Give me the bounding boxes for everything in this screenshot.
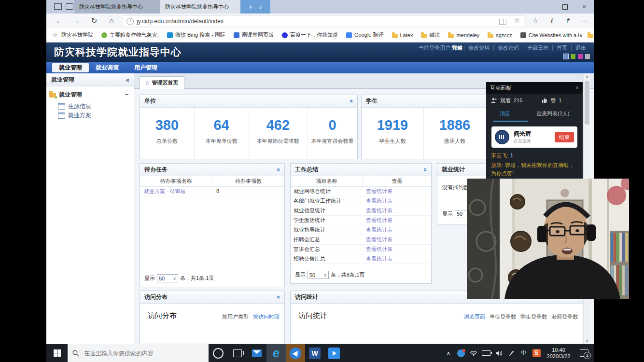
search-input[interactable] [83, 349, 201, 357]
like-icon[interactable] [542, 97, 547, 103]
url-field[interactable]: i jy.cidp.edu.cn/admin/default/index ☆ [123, 15, 524, 27]
view-stats-link[interactable]: 查看统计表 [363, 216, 392, 225]
sidebar-item-employment-plan[interactable]: 就业方案 [58, 111, 91, 120]
theme-blue-swatch[interactable] [563, 54, 568, 59]
todo-plan-review-link[interactable]: 就业方案 - 待审核 [140, 187, 212, 196]
share-icon[interactable]: ↱ [561, 15, 575, 27]
filter-page-views[interactable]: 浏览页面 [464, 313, 485, 320]
scrollbar-thumb[interactable] [585, 81, 589, 125]
add-favorite-icon[interactable]: ☆ [514, 16, 520, 24]
tray-expand-icon[interactable]: ∧ [442, 344, 455, 362]
window-minimize-button[interactable]: – [536, 0, 555, 14]
start-button[interactable] [46, 344, 68, 362]
collapse-icon[interactable]: « [420, 168, 432, 171]
window-close-button[interactable]: × [574, 0, 594, 14]
collapse-icon[interactable]: « [273, 168, 285, 171]
change-password-link[interactable]: 修改密码 [493, 45, 523, 51]
sogou-icon[interactable]: S [530, 344, 543, 362]
bookmark-folder[interactable]: 磁法 [421, 31, 440, 39]
taskbar-clock[interactable]: 10:40 2020/3/22 [543, 347, 574, 360]
window-restore-button[interactable] [555, 0, 574, 14]
theme-magenta-swatch[interactable] [578, 54, 583, 59]
set-tabs-aside-icon[interactable] [54, 3, 62, 10]
taskbar-search[interactable] [68, 344, 209, 362]
bookmarks-overflow-icon[interactable]: ∨ [579, 32, 583, 39]
close-icon[interactable]: × [575, 82, 579, 94]
bookmark-folder[interactable]: mendeley [448, 32, 479, 38]
more-menu-icon[interactable]: ··· [577, 15, 592, 27]
theme-gray-swatch[interactable] [585, 54, 590, 59]
view-stats-link[interactable]: 查看统计表 [363, 196, 392, 206]
bookmark-folder[interactable]: Latex [392, 32, 413, 38]
bookmark[interactable]: 主要粮食作物气象灾: [101, 31, 159, 39]
tab-employment-survey[interactable]: 就业调查 [89, 63, 126, 72]
page-size-select[interactable]: 50∨ [157, 274, 178, 282]
tray-app-icon[interactable] [455, 344, 467, 362]
edit-profile-link[interactable]: 修改资料 [464, 45, 493, 51]
filter-by-time-period[interactable]: 按访问时段 [253, 313, 280, 320]
logout-link[interactable]: 退出 [571, 45, 590, 51]
view-stats-link[interactable]: 查看统计表 [363, 245, 392, 254]
home-link[interactable]: 首页 [552, 45, 571, 51]
annotate-pen-icon[interactable]: ℓ [545, 15, 559, 27]
forward-icon[interactable]: → [70, 15, 82, 26]
ime-indicator[interactable]: 中 [518, 344, 530, 362]
filter-by-user-type[interactable]: 按用户类型 [222, 313, 249, 320]
favorites-hub-icon[interactable]: ☆ [528, 15, 543, 27]
wifi-icon[interactable] [467, 344, 480, 362]
back-icon[interactable]: ← [53, 15, 66, 26]
new-tab-button[interactable]: +∨ [240, 0, 270, 14]
video-app-icon[interactable] [324, 344, 344, 362]
upgrade-log-link[interactable]: 升级日志 [523, 45, 552, 51]
bookmark[interactable]: Cite Websites with a l [520, 32, 579, 38]
view-stats-link[interactable]: 查看统计表 [363, 206, 392, 215]
view-stats-link[interactable]: 查看统计表 [363, 254, 392, 264]
filter-teacher-logins[interactable]: 老师登录数 [551, 313, 578, 320]
edge-app-icon[interactable]: e [266, 344, 286, 362]
bookmark-folder[interactable]: radar [588, 32, 594, 38]
site-info-icon[interactable]: i [126, 18, 134, 25]
filter-student-logins[interactable]: 学生登录数 [520, 313, 547, 320]
bookmark[interactable]: 百度一下，你就知道 [282, 31, 338, 39]
battery-icon[interactable] [480, 344, 492, 362]
filter-unit-logins[interactable]: 单位登录数 [490, 313, 516, 320]
sidebar-item-student-source[interactable]: 生源信息 [58, 102, 91, 111]
bookmark[interactable]: ☆防灾科技学院 [52, 31, 93, 39]
tab-messages[interactable]: 消息 [500, 110, 510, 117]
pen-icon[interactable] [505, 344, 518, 362]
view-stats-link[interactable]: 查看统计表 [363, 187, 392, 196]
collapse-icon[interactable]: « [273, 295, 285, 299]
home-icon[interactable]: ⌂ [105, 15, 118, 26]
bookmark[interactable]: Google 翻译 [346, 31, 384, 39]
sidebar-collapse-icon[interactable]: « [126, 73, 129, 86]
volume-icon[interactable] [492, 344, 505, 362]
tab-user-management[interactable]: 用户管理 [127, 63, 164, 72]
tree-root-employment[interactable]: 就业管理 [49, 91, 82, 99]
notification-center-button[interactable]: 2 [574, 344, 594, 362]
presenter-app-icon[interactable] [286, 344, 305, 362]
tab-mic-list[interactable]: 连麦列表(2人) [536, 110, 569, 117]
browser-tab-inactive[interactable]: 防灾科技学院就业指导中心 [74, 0, 167, 14]
view-stats-link[interactable]: 查看统计表 [363, 225, 392, 235]
mail-app-icon[interactable] [247, 344, 266, 362]
tab-admin-home[interactable]: ⌂管理区首页 [140, 76, 184, 89]
tab-employment-management[interactable]: 就业管理 [52, 63, 89, 72]
collapse-icon[interactable]: « [346, 99, 358, 103]
scroll-down-icon[interactable]: ∨ [584, 337, 590, 344]
theme-green-swatch[interactable] [571, 54, 575, 59]
reading-view-icon[interactable] [499, 19, 506, 25]
end-mic-button[interactable]: 结束 [555, 132, 574, 142]
refresh-icon[interactable]: ↻ [88, 15, 100, 26]
word-app-icon[interactable]: W [305, 344, 324, 362]
browser-tab-active[interactable]: 防灾科技学院就业指导中心 × [160, 0, 246, 14]
tree-collapse-icon[interactable]: − [125, 91, 128, 98]
cortana-button[interactable] [209, 344, 228, 362]
bookmark[interactable]: 微软 Bing 搜索 - 国际 [167, 31, 225, 39]
bookmark[interactable]: 雨课堂网页版 [234, 31, 274, 39]
bookmark-folder[interactable]: sgzccz [488, 32, 512, 38]
view-stats-link[interactable]: 查看统计表 [363, 235, 392, 244]
page-size-select[interactable]: 50∨ [308, 271, 329, 279]
task-view-button[interactable] [228, 344, 247, 362]
scroll-up-icon[interactable]: ∧ [584, 73, 590, 80]
tab-preview-icon[interactable] [66, 3, 73, 10]
